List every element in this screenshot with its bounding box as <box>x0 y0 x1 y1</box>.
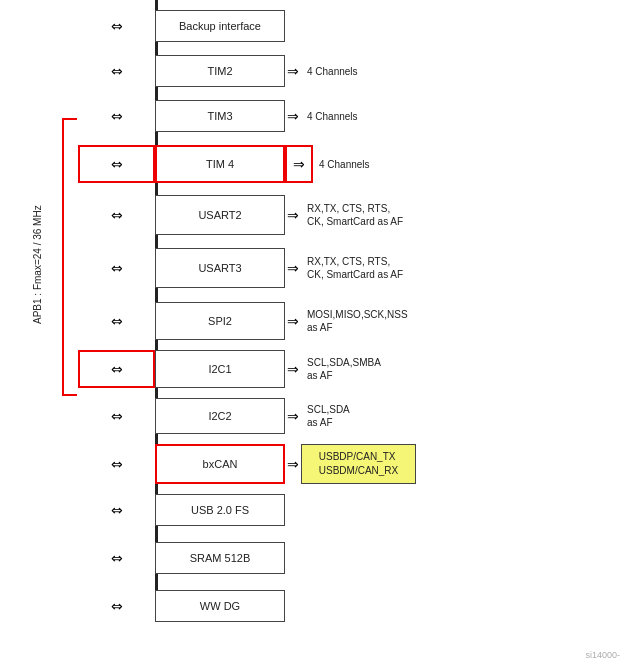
arrow-i2c1-right: ⇒ <box>287 361 299 377</box>
block-usart3: USART3 <box>155 248 285 288</box>
apb1-label: APB1 : Fmax=24 / 36 MHz <box>30 200 44 330</box>
row-bxcan: ⇔ bxCAN ⇒ USBDP/CAN_TX USBDM/CAN_RX <box>78 444 416 484</box>
arrow-tim3-left: ⇔ <box>111 108 123 124</box>
arrow-usart2-left: ⇔ <box>111 207 123 223</box>
row-spi2: ⇔ SPI2 ⇒ MOSI,MISO,SCK,NSS as AF <box>78 302 408 340</box>
block-tim4: TIM 4 <box>155 145 285 183</box>
block-tim3: TIM3 <box>155 100 285 132</box>
arrow-tim4-right: ⇒ <box>293 156 305 172</box>
row-usart2: ⇔ USART2 ⇒ RX,TX, CTS, RTS, CK, SmartCar… <box>78 195 403 235</box>
arrow-tim2-left: ⇔ <box>111 63 123 79</box>
row-backup: ⇔ Backup interface <box>78 10 285 42</box>
row-wwdg: ⇔ WW DG <box>78 590 285 622</box>
arrow-usb-left: ⇔ <box>111 502 123 518</box>
block-usb: USB 2.0 FS <box>155 494 285 526</box>
apb1-bracket <box>62 118 77 396</box>
label-usart3: RX,TX, CTS, RTS, CK, SmartCard as AF <box>307 255 403 281</box>
block-bxcan: bxCAN <box>155 444 285 484</box>
arrow-wwdg-left: ⇔ <box>111 598 123 614</box>
row-usart3: ⇔ USART3 ⇒ RX,TX, CTS, RTS, CK, SmartCar… <box>78 248 403 288</box>
arrow-usart3-right: ⇒ <box>287 260 299 276</box>
arrow-spi2-left: ⇔ <box>111 313 123 329</box>
row-usb: ⇔ USB 2.0 FS <box>78 494 285 526</box>
arrow-bxcan-right: ⇒ <box>287 456 299 472</box>
block-usart2: USART2 <box>155 195 285 235</box>
block-spi2: SPI2 <box>155 302 285 340</box>
arrow-spi2-right: ⇒ <box>287 313 299 329</box>
arrow-i2c1-left: ⇔ <box>111 361 123 377</box>
block-backup: Backup interface <box>155 10 285 42</box>
arrow-i2c2-left: ⇔ <box>111 408 123 424</box>
arrow-usart3-left: ⇔ <box>111 260 123 276</box>
label-tim2: 4 Channels <box>307 65 358 78</box>
arrow-tim4-left: ⇔ <box>111 156 123 172</box>
row-tim3: ⇔ TIM3 ⇒ 4 Channels <box>78 100 358 132</box>
arrow-i2c2-right: ⇒ <box>287 408 299 424</box>
row-tim4: ⇔ TIM 4 ⇒ 4 Channels <box>78 145 370 183</box>
block-tim2: TIM2 <box>155 55 285 87</box>
block-sram: SRAM 512B <box>155 542 285 574</box>
label-tim4: 4 Channels <box>319 158 370 171</box>
arrow-tim3-right: ⇒ <box>287 108 299 124</box>
row-i2c1: ⇔ I2C1 ⇒ SCL,SDA,SMBA as AF <box>78 350 381 388</box>
block-i2c2: I2C2 <box>155 398 285 434</box>
arrow-usart2-right: ⇒ <box>287 207 299 223</box>
label-spi2: MOSI,MISO,SCK,NSS as AF <box>307 308 408 334</box>
row-tim2: ⇔ TIM2 ⇒ 4 Channels <box>78 55 358 87</box>
block-bxcan-right: USBDP/CAN_TX USBDM/CAN_RX <box>301 444 416 484</box>
arrow-tim2-right: ⇒ <box>287 63 299 79</box>
block-wwdg: WW DG <box>155 590 285 622</box>
row-i2c2: ⇔ I2C2 ⇒ SCL,SDA as AF <box>78 398 350 434</box>
label-tim3: 4 Channels <box>307 110 358 123</box>
label-usart2: RX,TX, CTS, RTS, CK, SmartCard as AF <box>307 202 403 228</box>
diagram: APB1 : Fmax=24 / 36 MHz ⇔ Backup interfa… <box>0 0 628 664</box>
footnote: si14000- <box>585 650 620 660</box>
arrow-backup: ⇔ <box>111 18 123 34</box>
label-i2c1: SCL,SDA,SMBA as AF <box>307 356 381 382</box>
block-i2c1: I2C1 <box>155 350 285 388</box>
arrow-sram-left: ⇔ <box>111 550 123 566</box>
arrow-bxcan-left: ⇔ <box>111 456 123 472</box>
row-sram: ⇔ SRAM 512B <box>78 542 285 574</box>
label-i2c2: SCL,SDA as AF <box>307 403 350 429</box>
